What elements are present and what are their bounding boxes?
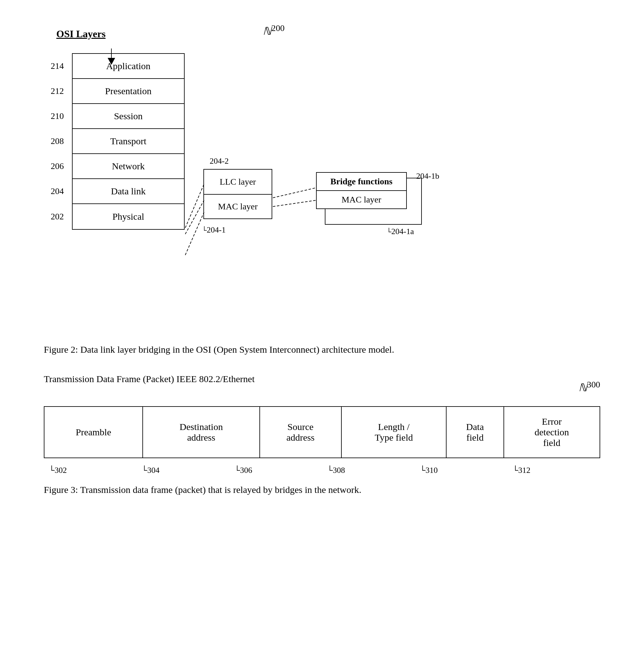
osi-layer-physical: 202 Physical <box>72 204 184 229</box>
field-src-address: Sourceaddress <box>260 407 342 458</box>
osi-layer-datalink: 204 Data link <box>72 179 184 204</box>
field-dest-address: Destinationaddress <box>143 407 260 458</box>
osi-layers-title: OSI Layers <box>56 28 105 40</box>
label-204-1: └204-1 <box>202 225 226 235</box>
osi-stack: 214 Application 212 Presentation 210 Ses… <box>72 53 185 230</box>
svg-line-0 <box>185 184 204 228</box>
label-204-1a: └204-1a <box>387 227 414 236</box>
svg-line-1 <box>185 200 204 234</box>
bridge-functions-box: Bridge functions <box>316 172 407 191</box>
num-310: └310 <box>415 466 507 475</box>
osi-layer-transport: 208 Transport <box>72 129 184 154</box>
packet-table: Preamble Destinationaddress Sourceaddres… <box>44 406 600 458</box>
field-preamble: Preamble <box>44 407 143 458</box>
num-302: └302 <box>44 466 137 475</box>
osi-layer-session: 210 Session <box>72 104 184 129</box>
num-306: └306 <box>229 466 322 475</box>
fig3-title: Transmission Data Frame (Packet) IEEE 80… <box>44 374 255 384</box>
field-error: Errordetectionfield <box>504 407 600 458</box>
fig3-caption: Figure 3: Transmission data frame (packe… <box>44 484 600 495</box>
label-204-1b: 204-1b <box>416 172 439 181</box>
osi-layer-application: 214 Application <box>72 54 184 79</box>
svg-line-4 <box>273 200 316 207</box>
field-numbers-row: └302 └304 └306 └308 └310 └312 <box>44 464 600 475</box>
osi-label-210: 210 <box>51 111 64 121</box>
osi-label-206: 206 <box>51 161 64 171</box>
num-308: └308 <box>322 466 415 475</box>
sub-stack: LLC layer MAC layer <box>203 169 272 219</box>
svg-line-2 <box>185 212 204 255</box>
field-data: Datafield <box>446 407 503 458</box>
fig2-caption: Figure 2: Data link layer bridging in th… <box>25 344 619 355</box>
figure3-area: Transmission Data Frame (Packet) IEEE 80… <box>25 374 619 495</box>
osi-label-202: 202 <box>51 212 64 222</box>
osi-layer-presentation: 212 Presentation <box>72 79 184 104</box>
osi-layer-network: 206 Network <box>72 154 184 179</box>
osi-label-214: 214 <box>51 61 64 71</box>
svg-line-3 <box>273 188 316 198</box>
osi-label-212: 212 <box>51 86 64 96</box>
num-312: └312 <box>507 466 600 475</box>
sub-stack-label-204-2: 204-2 <box>210 157 229 166</box>
llc-layer-box: LLC layer <box>203 169 272 194</box>
figure2-area: OSI Layers ℕ200 214 Application 212 Pres… <box>25 19 619 332</box>
bridge-mac-layer-box: MAC layer <box>316 190 407 209</box>
fig3-number: ℕ300 <box>579 380 601 394</box>
num-304: └304 <box>137 466 229 475</box>
osi-label-208: 208 <box>51 136 64 146</box>
mac-layer-box: MAC layer <box>203 194 272 219</box>
osi-label-204: 204 <box>51 186 64 196</box>
field-length-type: Length /Type field <box>342 407 447 458</box>
fig2-number: ℕ200 <box>263 23 285 37</box>
